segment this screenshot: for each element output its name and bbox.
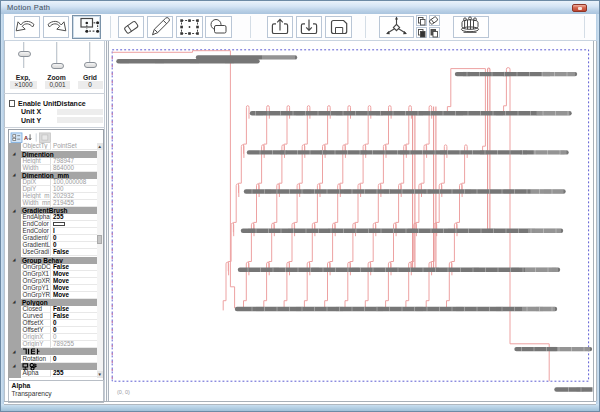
svg-text:A: A bbox=[24, 134, 28, 140]
